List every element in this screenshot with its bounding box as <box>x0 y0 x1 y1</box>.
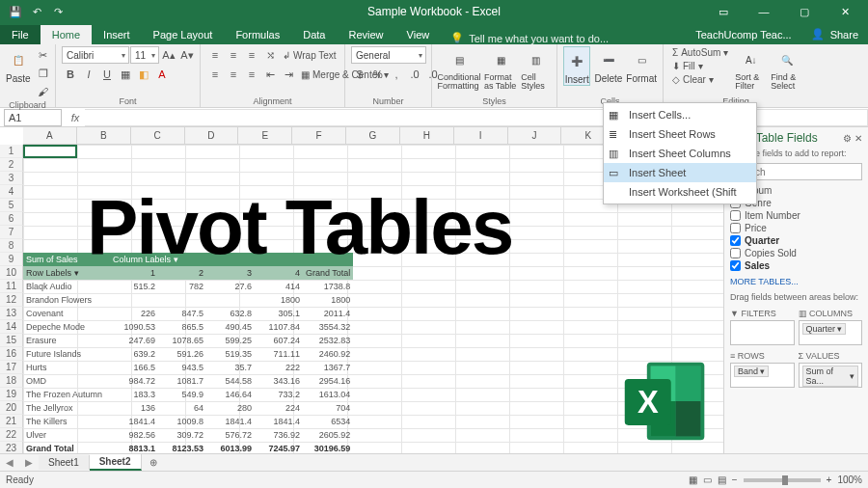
field-checkbox[interactable] <box>730 235 741 246</box>
share-button[interactable]: 👤 Share <box>801 24 868 44</box>
wrap-text-button[interactable]: ↲ Wrap Text <box>280 46 339 64</box>
font-color-icon[interactable]: A <box>153 66 171 83</box>
row-header[interactable]: 17 <box>0 361 23 374</box>
inc-decimal-icon[interactable]: .0 <box>406 66 423 83</box>
font-name-combo[interactable]: Calibri <box>62 46 129 64</box>
clear-button[interactable]: ◇ Clear ▾ <box>669 73 731 86</box>
col-header[interactable]: C <box>131 127 185 144</box>
border-icon[interactable]: ▦ <box>117 66 134 83</box>
row-header[interactable]: 16 <box>0 347 23 361</box>
row-header[interactable]: 6 <box>0 212 23 226</box>
row-header[interactable]: 9 <box>0 253 23 266</box>
row-header[interactable]: 18 <box>0 374 23 388</box>
col-header[interactable]: A <box>23 127 77 144</box>
more-tables-link[interactable]: MORE TABLES... <box>724 274 868 289</box>
row-header[interactable]: 15 <box>0 334 23 347</box>
sheet-nav-next-icon[interactable]: ▶ <box>19 457 39 468</box>
row-header[interactable]: 8 <box>0 239 23 253</box>
col-header[interactable]: I <box>454 127 508 144</box>
area-rows-box[interactable]: Band ▾ <box>730 363 795 388</box>
row-header[interactable]: 5 <box>0 199 23 212</box>
view-normal-icon[interactable]: ▦ <box>689 474 697 485</box>
col-header[interactable]: G <box>346 127 400 144</box>
align-middle-icon[interactable]: ≡ <box>225 46 242 64</box>
col-header[interactable]: J <box>508 127 562 144</box>
zoom-slider[interactable] <box>744 478 821 482</box>
redo-icon[interactable]: ↷ <box>50 4 66 19</box>
tab-home[interactable]: Home <box>41 25 92 44</box>
indent-inc-icon[interactable]: ⇥ <box>280 66 297 83</box>
pivot-table[interactable]: Sum of SalesColumn Labels ▾Row Labels ▾1… <box>23 253 353 453</box>
values-chip[interactable]: Sum of Sa... ▾ <box>802 366 859 387</box>
tab-formulas[interactable]: Formulas <box>224 25 291 44</box>
decrease-font-icon[interactable]: A▾ <box>178 46 196 64</box>
close-icon[interactable]: ✕ <box>826 0 864 23</box>
percent-icon[interactable]: % <box>369 66 387 83</box>
align-top-icon[interactable]: ≡ <box>206 46 224 64</box>
col-header[interactable]: B <box>77 127 131 144</box>
sheet-tab-2[interactable]: Sheet2 <box>90 454 142 471</box>
view-break-icon[interactable]: ▤ <box>718 474 726 485</box>
sort-filter-button[interactable]: A↓Sort & Filter <box>735 46 767 91</box>
undo-icon[interactable]: ↶ <box>29 4 44 19</box>
col-header[interactable]: E <box>238 127 292 144</box>
row-header[interactable]: 13 <box>0 307 23 320</box>
columns-chip[interactable]: Quarter ▾ <box>802 323 847 335</box>
ribbon-options-icon[interactable]: ▭ <box>704 0 743 23</box>
field-checkbox[interactable] <box>730 260 741 271</box>
delete-cells-button[interactable]: ➖Delete <box>594 46 622 84</box>
col-header[interactable]: F <box>292 127 346 144</box>
row-header[interactable]: 4 <box>0 185 23 199</box>
tab-insert[interactable]: Insert <box>92 25 142 44</box>
align-bottom-icon[interactable]: ≡ <box>243 46 260 64</box>
menu-insert-cells[interactable]: ▦Insert Cells... <box>604 105 756 124</box>
field-item[interactable]: Price <box>730 222 862 234</box>
indent-dec-icon[interactable]: ⇤ <box>261 66 279 83</box>
tell-me[interactable]: 💡 Tell me what you want to do... <box>450 32 609 44</box>
paste-button[interactable]: 📋 Paste <box>6 46 31 84</box>
tab-view[interactable]: View <box>395 25 442 44</box>
field-item[interactable]: Copies Sold <box>730 247 862 259</box>
zoom-out-icon[interactable]: − <box>732 474 738 485</box>
menu-insert-worksheet-shift[interactable]: Insert Worksheet (Shift <box>604 182 756 202</box>
cell-styles-button[interactable]: ▥Cell Styles <box>521 46 551 91</box>
tab-page-layout[interactable]: Page Layout <box>142 25 225 44</box>
area-columns-box[interactable]: Quarter ▾ <box>799 320 863 345</box>
align-right-icon[interactable]: ≡ <box>243 66 260 83</box>
tab-review[interactable]: Review <box>337 25 394 44</box>
tab-file[interactable]: File <box>0 25 41 44</box>
view-page-icon[interactable]: ▭ <box>703 474 712 485</box>
align-left-icon[interactable]: ≡ <box>206 66 224 83</box>
row-header[interactable]: 20 <box>0 401 23 415</box>
col-header[interactable]: H <box>400 127 454 144</box>
bold-icon[interactable]: B <box>62 66 79 83</box>
maximize-icon[interactable]: ▢ <box>785 0 824 23</box>
number-format-combo[interactable]: General <box>351 46 426 64</box>
format-as-table-button[interactable]: ▦Format as Table <box>484 46 517 91</box>
row-header[interactable]: 12 <box>0 293 23 307</box>
row-header[interactable]: 21 <box>0 415 23 428</box>
row-header[interactable]: 23 <box>0 442 23 453</box>
row-header[interactable]: 2 <box>0 158 23 172</box>
zoom-in-icon[interactable]: + <box>827 474 832 485</box>
field-checkbox[interactable] <box>730 248 741 258</box>
row-header[interactable]: 10 <box>0 266 23 280</box>
row-header[interactable]: 22 <box>0 428 23 442</box>
field-item[interactable]: Item Number <box>730 209 862 222</box>
row-header[interactable]: 11 <box>0 280 23 293</box>
copy-icon[interactable]: ❐ <box>35 65 52 82</box>
menu-insert-rows[interactable]: ≣Insert Sheet Rows <box>604 124 756 144</box>
row-header[interactable]: 1 <box>0 145 23 158</box>
menu-insert-columns[interactable]: ▥Insert Sheet Columns <box>604 144 756 163</box>
account-label[interactable]: TeachUcomp Teac... <box>686 25 800 44</box>
rows-chip[interactable]: Band ▾ <box>734 366 769 377</box>
sheet-tab-1[interactable]: Sheet1 <box>39 455 90 470</box>
field-item[interactable]: Sales <box>730 259 862 272</box>
insert-cells-button[interactable]: ➕Insert <box>563 46 590 86</box>
minimize-icon[interactable]: ― <box>745 0 783 23</box>
area-filters-box[interactable] <box>730 320 795 345</box>
cut-icon[interactable]: ✂ <box>35 46 52 64</box>
align-center-icon[interactable]: ≡ <box>225 66 242 83</box>
field-checkbox[interactable] <box>730 223 741 233</box>
increase-font-icon[interactable]: A▴ <box>160 46 177 64</box>
